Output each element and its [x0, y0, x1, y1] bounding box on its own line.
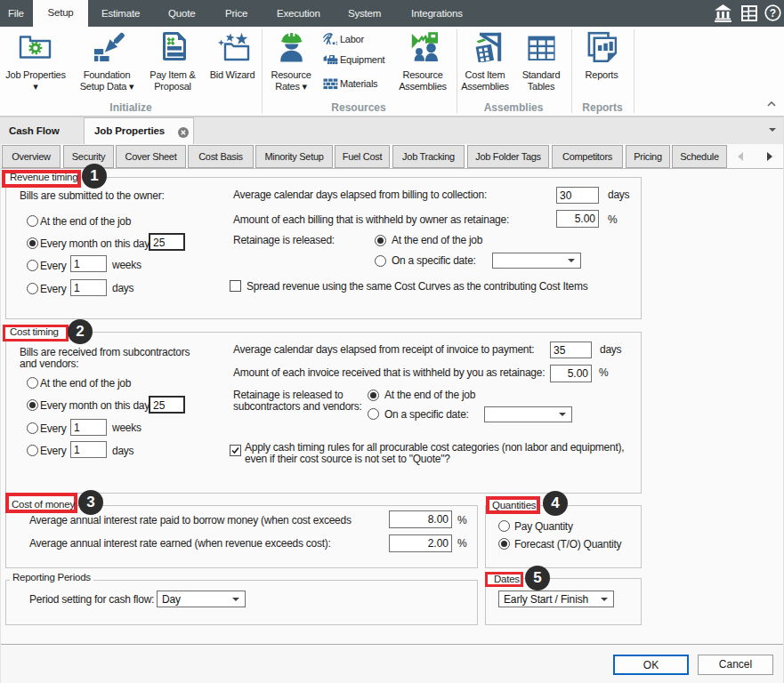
svg-text:?: ? [770, 7, 776, 20]
